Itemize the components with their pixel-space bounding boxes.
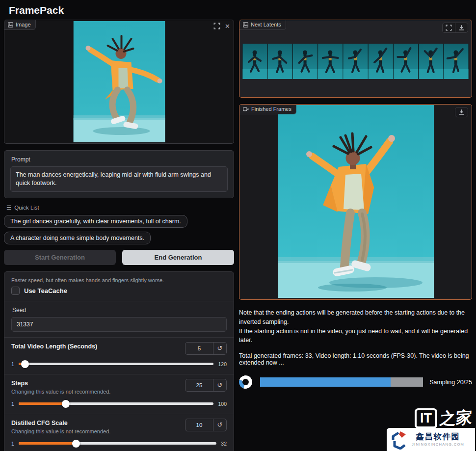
sampling-note: Note that the ending actions will be gen… bbox=[239, 308, 472, 345]
close-icon[interactable]: ✕ bbox=[225, 23, 230, 29]
sampling-note-line2: If the starting action is not in the vid… bbox=[239, 327, 472, 345]
frames-panel-tag: Finished Frames bbox=[239, 105, 296, 114]
image-panel-tag: Image bbox=[4, 20, 36, 30]
slider-total-video-length: Total Video Length (Seconds) 5 ↺ 1 bbox=[4, 337, 234, 374]
source-image[interactable] bbox=[73, 21, 165, 142]
slider-max: 32 bbox=[221, 441, 227, 447]
image-icon bbox=[243, 22, 248, 27]
ithome-logo-cn: 之家 bbox=[439, 406, 473, 430]
settings-group: Faster speed, but often makes hands and … bbox=[4, 271, 234, 451]
next-latents-panel: Next Latents bbox=[239, 20, 472, 98]
loading-spinner-icon bbox=[237, 373, 255, 391]
slider-handle[interactable] bbox=[72, 440, 80, 448]
example-prompt-2[interactable]: A character doing some simple body movem… bbox=[4, 232, 151, 244]
slider-handle[interactable] bbox=[21, 360, 29, 368]
quick-list-label: Quick List bbox=[14, 205, 39, 211]
menu-icon: ☰ bbox=[6, 204, 11, 211]
prompt-label: Prompt bbox=[11, 156, 228, 163]
slider-value-input[interactable]: 25 bbox=[185, 379, 213, 391]
quick-list-header: ☰ Quick List bbox=[6, 204, 234, 211]
download-icon[interactable] bbox=[455, 107, 468, 117]
finished-frame-image[interactable] bbox=[278, 105, 434, 298]
slider-max: 100 bbox=[218, 401, 227, 407]
end-generation-button[interactable]: End Generation bbox=[122, 250, 234, 265]
example-prompt-1[interactable]: The girl dances gracefully, with clear m… bbox=[4, 215, 187, 228]
progress-fill bbox=[260, 377, 391, 387]
xinchang-watermark: 鑫昌软件园 JININGXINCHANG.COM bbox=[387, 428, 475, 451]
slider-label: Distilled CFG Scale bbox=[11, 420, 110, 426]
progress-row: Sampling 20/25 bbox=[239, 375, 472, 389]
slider-track[interactable] bbox=[19, 402, 214, 405]
video-icon bbox=[243, 106, 249, 112]
seed-label: Seed bbox=[12, 307, 227, 314]
reset-icon[interactable]: ↺ bbox=[213, 419, 226, 431]
slider-max: 120 bbox=[218, 361, 227, 367]
slider-number-box: 25 ↺ bbox=[185, 379, 227, 392]
teacache-section: Faster speed, but often makes hands and … bbox=[4, 272, 234, 301]
start-generation-button[interactable]: Start Generation bbox=[4, 250, 116, 265]
slider-min: 1 bbox=[11, 361, 14, 367]
image-panel-label: Image bbox=[16, 22, 31, 27]
latents-panel-tag: Next Latents bbox=[239, 20, 286, 30]
teacache-checkbox[interactable] bbox=[11, 287, 20, 295]
teacache-info: Faster speed, but often makes hands and … bbox=[11, 277, 227, 283]
frames-panel-label: Finished Frames bbox=[251, 106, 291, 112]
reset-icon[interactable]: ↺ bbox=[213, 379, 226, 391]
slider-value-input[interactable]: 10 bbox=[185, 419, 213, 431]
download-icon[interactable] bbox=[455, 23, 468, 32]
prompt-block: Prompt The man dances energetically, lea… bbox=[4, 150, 234, 198]
slider-value-input[interactable]: 5 bbox=[185, 343, 213, 354]
image-icon bbox=[8, 22, 13, 27]
xinchang-name: 鑫昌软件园 bbox=[416, 432, 460, 442]
progress-label: Sampling 20/25 bbox=[429, 379, 472, 386]
teacache-label: Use TeaCache bbox=[24, 287, 67, 294]
prompt-input[interactable]: The man dances energetically, leaping mi… bbox=[10, 166, 228, 192]
seed-input[interactable]: 31337 bbox=[11, 317, 227, 332]
slider-distilled-cfg: Distilled CFG Scale Changing this value … bbox=[4, 414, 234, 451]
sampling-note-line1: Note that the ending actions will be gen… bbox=[239, 308, 472, 327]
image-upload-panel[interactable]: Image ✕ bbox=[4, 20, 234, 144]
slider-handle[interactable] bbox=[62, 400, 70, 408]
fullscreen-icon[interactable] bbox=[443, 23, 455, 32]
fullscreen-icon[interactable] bbox=[213, 23, 220, 29]
slider-track[interactable] bbox=[19, 442, 216, 445]
framepack-app: FramePack Image ✕ bbox=[0, 0, 476, 451]
xinchang-logo-icon bbox=[391, 430, 408, 450]
slider-label: Steps bbox=[11, 380, 110, 387]
finished-frames-panel: Finished Frames bbox=[239, 104, 472, 300]
slider-label: Total Video Length (Seconds) bbox=[11, 343, 97, 350]
slider-min: 1 bbox=[11, 441, 14, 447]
slider-track[interactable] bbox=[19, 363, 214, 365]
seed-section: Seed 31337 bbox=[4, 301, 234, 337]
slider-number-box: 5 ↺ bbox=[185, 342, 227, 355]
reset-icon[interactable]: ↺ bbox=[213, 343, 226, 354]
progress-bar bbox=[260, 377, 423, 387]
slider-info: Changing this value is not recommended. bbox=[11, 389, 110, 395]
xinchang-domain: JININGXINCHANG.COM bbox=[412, 442, 464, 447]
latents-filmstrip[interactable] bbox=[242, 44, 469, 79]
latents-panel-label: Next Latents bbox=[251, 22, 281, 27]
page-title: FramePack bbox=[0, 0, 476, 20]
slider-number-box: 10 ↺ bbox=[185, 419, 227, 431]
slider-info: Changing this value is not recommended. bbox=[11, 428, 110, 434]
slider-min: 1 bbox=[11, 401, 14, 407]
ithome-watermark: IT 之家 bbox=[415, 407, 472, 429]
slider-steps: Steps Changing this value is not recomme… bbox=[4, 374, 234, 414]
ithome-logo-it: IT bbox=[415, 408, 437, 429]
frames-info: Total generated frames: 33, Video length… bbox=[239, 352, 472, 366]
